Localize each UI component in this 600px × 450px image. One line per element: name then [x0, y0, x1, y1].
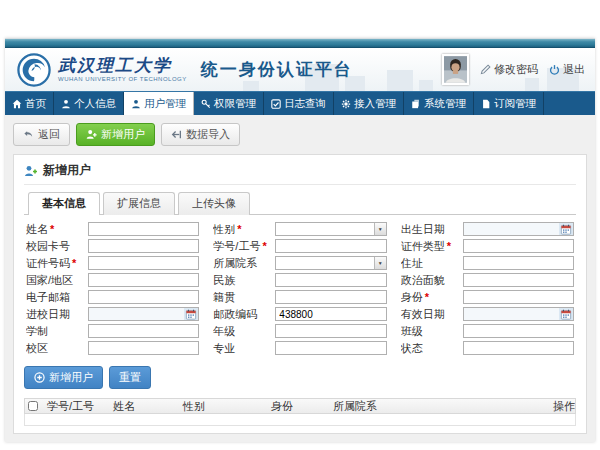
field-postal-code: 邮政编码 — [213, 307, 386, 321]
nav-tab-profile[interactable]: 个人信息 — [54, 92, 124, 115]
field-label: 学制 — [26, 324, 88, 339]
field-gender: 性别*▼ — [213, 222, 386, 236]
name-input[interactable] — [88, 222, 199, 236]
field-label: 所属院系 — [213, 256, 275, 271]
col-actions: 操作 — [549, 399, 575, 414]
reset-button[interactable]: 重置 — [109, 366, 151, 389]
field-label: 籍贯 — [213, 290, 275, 305]
university-logo — [17, 53, 51, 87]
field-label: 民族 — [213, 273, 275, 288]
schooling-length-input[interactable] — [88, 324, 199, 338]
plus-circle-icon — [34, 372, 45, 383]
field-label: 有效日期 — [401, 307, 463, 322]
gear-icon — [341, 99, 351, 109]
field-ethnicity: 民族 — [213, 273, 386, 287]
add-user-icon — [86, 129, 97, 140]
home-icon — [12, 99, 22, 109]
field-country-region: 国家/地区 — [26, 273, 199, 287]
field-label: 姓名* — [26, 222, 88, 237]
field-enroll-date: 进校日期 — [26, 307, 199, 321]
required-asterisk: * — [447, 240, 451, 252]
field-address: 住址 — [401, 256, 574, 270]
student-id-input[interactable] — [275, 239, 386, 253]
chevron-down-icon: ▼ — [374, 223, 386, 235]
select-all-cell — [28, 401, 43, 411]
page: 武汉理工大学 WUHAN UNIVERSITY OF TECHNOLOGY 统一… — [5, 38, 595, 442]
campus-card-input[interactable] — [88, 239, 199, 253]
address-input[interactable] — [463, 256, 574, 270]
native-place-input[interactable] — [275, 290, 386, 304]
identity-input[interactable] — [463, 290, 574, 304]
field-label: 状态 — [401, 341, 463, 356]
status-input[interactable] — [463, 341, 574, 355]
tab-upload-avatar[interactable]: 上传头像 — [178, 192, 250, 215]
nav-tab-system[interactable]: 系统管理 — [404, 92, 474, 115]
add-user-panel: 新增用户 基本信息 扩展信息 上传头像 姓名*性别*▼出生日期校园卡号学号/工号… — [13, 154, 587, 434]
calendar-icon[interactable] — [559, 223, 573, 235]
submit-add-user-button[interactable]: 新增用户 — [24, 366, 103, 389]
field-label: 校园卡号 — [26, 239, 88, 254]
panel-title: 新增用户 — [43, 162, 91, 179]
field-valid-date: 有效日期 — [401, 307, 574, 321]
enroll-date-input[interactable] — [88, 307, 199, 321]
ethnicity-input[interactable] — [275, 273, 386, 287]
tab-extended-info[interactable]: 扩展信息 — [103, 192, 175, 215]
id-number-input[interactable] — [88, 256, 199, 270]
university-name-cn: 武汉理工大学 — [58, 57, 187, 74]
required-asterisk: * — [262, 240, 266, 252]
add-user-toolbar-button[interactable]: 新增用户 — [76, 123, 155, 146]
user-box: 修改密码 退出 — [442, 48, 585, 91]
logout-link[interactable]: 退出 — [549, 62, 585, 77]
grade-input[interactable] — [275, 324, 386, 338]
nav-tab-access[interactable]: 接入管理 — [334, 92, 404, 115]
platform-title: 统一身份认证平台 — [201, 58, 353, 81]
col-student-id: 学号/工号 — [43, 399, 109, 414]
field-id-type: 证件类型* — [401, 239, 574, 253]
table-header: 学号/工号姓名性别身份所属院系操作 — [24, 398, 576, 414]
field-campus-card: 校园卡号 — [26, 239, 199, 253]
select-all-checkbox[interactable] — [28, 401, 38, 411]
nav-tab-subscribe[interactable]: 订阅管理 — [474, 92, 544, 115]
user-icon — [131, 99, 141, 109]
main-nav: 首页 个人信息 用户管理 权限管理 日志查询 接入管理 系统管理 订阅管理 — [5, 91, 595, 115]
field-id-number: 证件号码* — [26, 256, 199, 270]
col-identity: 身份 — [267, 399, 329, 414]
import-arrow-icon — [171, 129, 182, 140]
back-button[interactable]: 返回 — [13, 123, 70, 146]
political-status-input[interactable] — [463, 273, 574, 287]
field-major: 专业 — [213, 341, 386, 355]
nav-tab-permissions[interactable]: 权限管理 — [194, 92, 264, 115]
avatar[interactable] — [442, 54, 469, 85]
required-asterisk: * — [50, 223, 54, 235]
header: 武汉理工大学 WUHAN UNIVERSITY OF TECHNOLOGY 统一… — [5, 48, 595, 91]
change-password-link[interactable]: 修改密码 — [480, 62, 538, 77]
email-input[interactable] — [88, 290, 199, 304]
campus-input[interactable] — [88, 341, 199, 355]
class-input[interactable] — [463, 324, 574, 338]
department-select[interactable]: ▼ — [275, 256, 386, 270]
data-import-button[interactable]: 数据导入 — [161, 123, 240, 146]
nav-tab-logs[interactable]: 日志查询 — [264, 92, 334, 115]
postal-code-input[interactable] — [275, 307, 386, 321]
field-political-status: 政治面貌 — [401, 273, 574, 287]
tab-basic-info[interactable]: 基本信息 — [28, 192, 100, 215]
university-name-en: WUHAN UNIVERSITY OF TECHNOLOGY — [58, 76, 187, 82]
valid-date-input[interactable] — [463, 307, 574, 321]
birth-date-input[interactable] — [463, 222, 574, 236]
id-type-input[interactable] — [463, 239, 574, 253]
top-accent-bar — [5, 38, 595, 48]
gender-select[interactable]: ▼ — [275, 222, 386, 236]
field-label: 证件类型* — [401, 239, 463, 254]
field-label: 身份* — [401, 290, 463, 305]
calendar-icon[interactable] — [559, 308, 573, 320]
user-add-icon — [24, 165, 38, 177]
field-label: 性别* — [213, 222, 275, 237]
calendar-icon[interactable] — [184, 308, 198, 320]
nav-tab-home[interactable]: 首页 — [5, 92, 54, 115]
major-input[interactable] — [275, 341, 386, 355]
country-region-input[interactable] — [88, 273, 199, 287]
nav-tab-users[interactable]: 用户管理 — [124, 92, 194, 115]
col-department: 所属院系 — [329, 399, 549, 414]
field-label: 邮政编码 — [213, 307, 275, 322]
field-department: 所属院系▼ — [213, 256, 386, 270]
